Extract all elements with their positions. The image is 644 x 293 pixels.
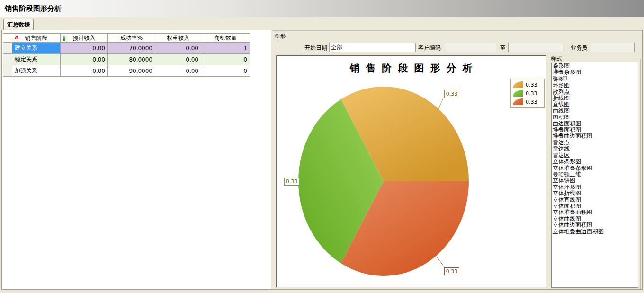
cell-expected-revenue[interactable]: 0.00 — [61, 65, 108, 77]
style-list-item[interactable]: 面积图 — [553, 114, 638, 120]
style-list-item[interactable]: 雷达线 — [553, 146, 638, 152]
cell-expected-revenue[interactable]: 0.00 — [61, 43, 108, 54]
summary-table: A销售阶段 预计收入 成功率% 权重收入 商机数量 建立关系 0.00 70.0… — [3, 33, 250, 77]
style-list-item[interactable]: 环形图 — [553, 82, 638, 89]
row-indicator[interactable] — [3, 65, 12, 77]
cell-weighted-revenue[interactable]: 0.00 — [155, 65, 201, 77]
style-list-item[interactable]: 堆叠曲边面积图 — [553, 133, 638, 139]
column-header-opportunity-count[interactable]: 商机数量 — [201, 34, 250, 43]
style-list-item[interactable]: 立体直线图 — [553, 197, 638, 203]
graph-panel-label: 图形 — [274, 32, 286, 40]
tab-summary-data[interactable]: 汇总数据 — [3, 19, 34, 30]
cell-opportunity-count[interactable]: 1 — [201, 43, 250, 54]
to-label: 至 — [500, 44, 506, 52]
style-list-item[interactable]: 立体折线图 — [553, 190, 638, 196]
cell-expected-revenue[interactable]: 0.00 — [61, 54, 108, 65]
legend-item: 0.33 — [513, 89, 542, 98]
customer-code-label: 客户编码 — [418, 44, 441, 52]
style-list-item[interactable]: 立体环形图 — [553, 184, 638, 190]
filter-bar-icon — [63, 36, 65, 41]
style-list-item[interactable]: 直线图 — [553, 101, 638, 107]
column-header-stage[interactable]: A销售阶段 — [12, 34, 61, 43]
style-list-item[interactable]: 立体堆叠面积图 — [553, 209, 638, 215]
sort-letter-icon: A — [15, 35, 19, 41]
style-list-item[interactable]: 立体面积图 — [553, 203, 638, 209]
cell-weighted-revenue[interactable]: 0.00 — [155, 54, 201, 65]
label-connector-line — [437, 257, 444, 267]
start-date-label: 开始日期 — [304, 44, 327, 52]
salesman-label: 业务员 — [571, 44, 588, 52]
cell-opportunity-count[interactable]: 0 — [201, 65, 250, 77]
legend-item: 0.33 — [513, 98, 542, 106]
legend-value: 0.33 — [526, 99, 537, 105]
row-indicator[interactable] — [3, 43, 12, 54]
row-indicator-header — [3, 34, 12, 43]
chart-box: 销售阶段图形分析 0.330.330.33 0.330.330.33 — [276, 55, 546, 287]
style-list-item[interactable]: 折线图 — [553, 95, 638, 101]
tab-strip — [0, 17, 644, 30]
pie-slice-label: 0.33 — [444, 90, 459, 98]
cell-stage[interactable]: 加强关系 — [12, 65, 61, 77]
pie-wedge-icon — [513, 98, 523, 105]
table-header-row: A销售阶段 预计收入 成功率% 权重收入 商机数量 — [3, 34, 250, 43]
start-date-input[interactable] — [329, 43, 416, 52]
page-title: 销售阶段图形分析 — [5, 4, 62, 13]
pie-slice-label: 0.33 — [284, 178, 299, 186]
style-list[interactable]: 条形图堆叠条形图饼图环形图散列点折线图直线图曲线图面积图曲边面积图堆叠面积图堆叠… — [551, 62, 638, 288]
style-list-item[interactable]: 立体条形图 — [553, 159, 638, 165]
style-list-item[interactable]: 雷达点 — [553, 140, 638, 146]
legend-value: 0.33 — [526, 90, 537, 97]
cell-stage[interactable]: 稳定关系 — [12, 54, 61, 65]
chart-legend: 0.330.330.33 — [510, 79, 545, 108]
label-connector-line — [438, 98, 443, 109]
customer-code-input[interactable] — [444, 43, 496, 52]
style-list-item[interactable]: 条形图 — [553, 63, 638, 69]
pie-slice-label: 0.33 — [444, 267, 459, 275]
window-title-bar: 销售阶段图形分析 — [0, 0, 644, 17]
style-list-item[interactable]: 堆叠条形图 — [553, 69, 638, 75]
style-list-item[interactable]: 雷达区 — [553, 152, 638, 159]
column-header-expected-revenue[interactable]: 预计收入 — [61, 34, 108, 43]
cell-success-rate[interactable]: 90.0000 — [108, 65, 155, 77]
style-list-item[interactable]: 立体饼图 — [553, 178, 638, 184]
style-list-item[interactable]: 立体曲线图 — [553, 216, 638, 222]
cell-stage[interactable]: 建立关系 — [12, 43, 61, 54]
style-list-item[interactable]: 曲边面积图 — [553, 121, 638, 127]
chart-title: 销售阶段图形分析 — [277, 62, 546, 75]
pie-wedge-icon — [513, 81, 523, 88]
pie-svg — [277, 56, 546, 287]
table-row[interactable]: 加强关系 0.00 90.0000 0.00 0 — [3, 65, 250, 77]
legend-item: 0.33 — [513, 80, 542, 89]
column-header-weighted-revenue[interactable]: 权重收入 — [155, 34, 201, 43]
style-list-item[interactable]: 曼哈顿三维 — [553, 171, 638, 178]
cell-success-rate[interactable]: 80.0000 — [108, 54, 155, 65]
style-panel-label: 样式 — [549, 55, 564, 63]
customer-code-to-input[interactable] — [508, 43, 564, 52]
style-list-item[interactable]: 堆叠面积图 — [553, 127, 638, 133]
row-indicator[interactable] — [3, 54, 12, 65]
style-list-item[interactable]: 曲线图 — [553, 108, 638, 114]
style-list-item[interactable]: 饼图 — [553, 76, 567, 82]
table-row[interactable]: 建立关系 0.00 70.0000 0.00 1 — [3, 43, 250, 54]
style-list-item[interactable]: 立体堆叠条形图 — [553, 165, 638, 171]
cell-success-rate[interactable]: 70.0000 — [108, 43, 155, 54]
style-list-item[interactable]: 立体堆叠曲边面积图 — [553, 229, 638, 235]
table-row[interactable]: 稳定关系 0.00 80.0000 0.00 0 — [3, 54, 250, 65]
legend-value: 0.33 — [526, 82, 537, 88]
cell-weighted-revenue[interactable]: 0.00 — [155, 43, 201, 54]
pie-wedge-icon — [513, 90, 523, 97]
style-list-item[interactable]: 散列点 — [553, 89, 638, 95]
cell-opportunity-count[interactable]: 0 — [201, 54, 250, 65]
column-header-success-rate[interactable]: 成功率% — [108, 34, 155, 43]
style-list-item[interactable]: 立体曲边面积图 — [553, 222, 638, 228]
salesman-input[interactable] — [591, 43, 635, 52]
